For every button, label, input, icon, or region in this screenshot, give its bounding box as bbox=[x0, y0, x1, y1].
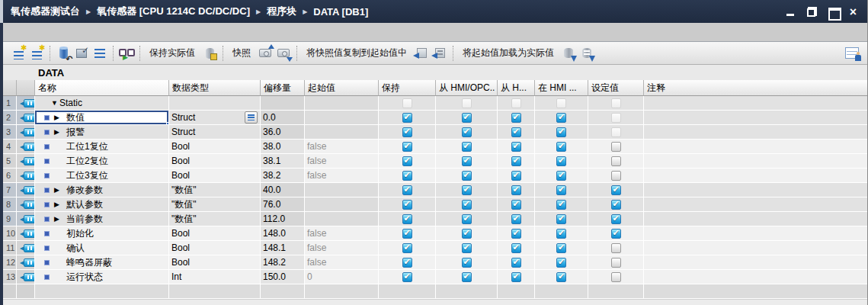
cell-datatype[interactable]: Bool bbox=[169, 226, 261, 241]
from-h-checkbox[interactable] bbox=[511, 258, 521, 268]
in-hmi-checkbox[interactable] bbox=[556, 229, 566, 239]
cell-datatype[interactable]: Bool bbox=[169, 169, 261, 183]
cell-start-value[interactable]: false bbox=[305, 169, 379, 183]
cell-name[interactable]: 初始化 bbox=[35, 226, 169, 241]
from-h-checkbox[interactable] bbox=[511, 113, 521, 123]
from-h-checkbox[interactable] bbox=[511, 156, 521, 166]
empty-cell[interactable] bbox=[379, 284, 436, 299]
empty-cell[interactable] bbox=[436, 284, 498, 299]
cell-datatype[interactable]: Struct bbox=[169, 111, 261, 125]
setpoint-checkbox[interactable] bbox=[611, 229, 621, 239]
in-hmi-checkbox[interactable] bbox=[556, 113, 566, 123]
keep-checkbox[interactable] bbox=[402, 258, 412, 268]
empty-cell[interactable] bbox=[169, 284, 261, 299]
restore-icon[interactable] bbox=[807, 7, 817, 17]
cell-start-value[interactable] bbox=[305, 96, 379, 111]
from-h-checkbox[interactable] bbox=[511, 127, 521, 137]
keep-checkbox[interactable] bbox=[402, 185, 412, 195]
keep-checkbox[interactable] bbox=[402, 200, 412, 210]
hmi-opc-checkbox[interactable] bbox=[462, 142, 472, 152]
cell-comment[interactable] bbox=[644, 197, 868, 212]
cell-datatype[interactable]: "数值" bbox=[169, 183, 261, 197]
setpoint-checkbox[interactable] bbox=[611, 200, 621, 210]
cell-name[interactable]: ▶当前参数 bbox=[35, 212, 169, 226]
breadcrumb-item[interactable]: DATA [DB1] bbox=[313, 6, 368, 18]
cell-comment[interactable] bbox=[644, 183, 868, 197]
cell-name[interactable]: ▶数值 bbox=[35, 111, 169, 125]
row-number[interactable]: 4 bbox=[3, 140, 17, 154]
hmi-opc-checkbox[interactable] bbox=[462, 113, 472, 123]
copy-snapshot-icon[interactable] bbox=[412, 44, 431, 63]
cell-start-value[interactable]: false bbox=[305, 154, 379, 169]
in-hmi-checkbox[interactable] bbox=[556, 185, 566, 195]
cell-comment[interactable] bbox=[644, 111, 868, 125]
setpoint-checkbox[interactable] bbox=[611, 214, 621, 224]
hmi-opc-checkbox[interactable] bbox=[462, 171, 472, 181]
cell-name[interactable]: 工位3复位 bbox=[35, 169, 169, 183]
cell-start-value[interactable] bbox=[305, 111, 379, 125]
cell-start-value[interactable]: false bbox=[305, 140, 379, 154]
cell-name[interactable]: 蜂鸣器屏蔽 bbox=[35, 255, 169, 270]
in-hmi-checkbox[interactable] bbox=[556, 142, 566, 152]
hmi-opc-checkbox[interactable] bbox=[462, 258, 472, 268]
cell-datatype[interactable] bbox=[169, 96, 261, 111]
in-hmi-checkbox[interactable] bbox=[556, 272, 566, 282]
cell-start-value[interactable] bbox=[305, 183, 379, 197]
cell-start-value[interactable] bbox=[305, 212, 379, 226]
row-number[interactable]: 3 bbox=[3, 125, 17, 140]
snapshot-button[interactable]: 快照 bbox=[227, 47, 256, 59]
from-h-checkbox[interactable] bbox=[511, 243, 521, 253]
cell-datatype[interactable]: Int bbox=[169, 270, 261, 284]
cell-start-value[interactable] bbox=[305, 197, 379, 212]
freeze-values-icon[interactable] bbox=[200, 44, 219, 63]
load-start-value-icon[interactable] bbox=[559, 44, 578, 63]
cell-name[interactable]: 运行状态 bbox=[35, 270, 169, 284]
keep-checkbox[interactable] bbox=[402, 243, 412, 253]
keep-checkbox[interactable] bbox=[402, 113, 412, 123]
keep-actual-values-button[interactable]: 保持实际值 bbox=[144, 47, 200, 59]
expand-arrow-icon[interactable]: ▶ bbox=[54, 128, 65, 136]
expand-arrow-icon[interactable]: ▶ bbox=[54, 201, 65, 208]
hmi-opc-checkbox[interactable] bbox=[462, 229, 472, 239]
row-number[interactable]: 13 bbox=[3, 270, 17, 284]
row-number[interactable]: 2 bbox=[3, 111, 17, 125]
reset-start-values-icon[interactable] bbox=[54, 44, 72, 63]
column-header-start[interactable]: 起始值 bbox=[305, 80, 379, 96]
cell-datatype[interactable]: "数值" bbox=[169, 197, 261, 212]
expand-arrow-icon[interactable]: ▶ bbox=[54, 114, 65, 121]
cell-datatype[interactable]: "数值" bbox=[169, 212, 261, 226]
empty-cell[interactable] bbox=[535, 284, 588, 299]
column-header-inhmi[interactable]: 在 HMI ... bbox=[535, 80, 588, 96]
update-interface-icon[interactable] bbox=[72, 44, 91, 63]
cell-start-value[interactable] bbox=[305, 125, 379, 140]
load-all-start-values-icon[interactable] bbox=[578, 44, 596, 63]
expand-arrow-icon[interactable]: ▶ bbox=[54, 215, 65, 223]
cell-datatype[interactable]: Bool bbox=[169, 140, 261, 154]
cell-name[interactable]: ▶默认参数 bbox=[35, 197, 169, 212]
detail-view-icon[interactable] bbox=[843, 44, 861, 63]
cell-datatype[interactable]: Struct bbox=[169, 125, 261, 140]
from-h-checkbox[interactable] bbox=[511, 214, 521, 224]
in-hmi-checkbox[interactable] bbox=[556, 156, 566, 166]
keep-checkbox[interactable] bbox=[402, 171, 412, 181]
maximize-icon[interactable] bbox=[828, 7, 838, 17]
from-h-checkbox[interactable] bbox=[511, 171, 521, 181]
cell-comment[interactable] bbox=[644, 212, 868, 226]
setpoint-checkbox[interactable] bbox=[611, 185, 621, 195]
hmi-opc-checkbox[interactable] bbox=[462, 127, 472, 137]
cell-datatype[interactable]: Bool bbox=[169, 255, 261, 270]
column-header-off[interactable]: 偏移量 bbox=[261, 80, 305, 96]
setpoint-checkbox[interactable] bbox=[611, 142, 621, 152]
in-hmi-checkbox[interactable] bbox=[556, 200, 566, 210]
cell-name[interactable]: 确认 bbox=[35, 241, 169, 255]
keep-checkbox[interactable] bbox=[402, 142, 412, 152]
in-hmi-checkbox[interactable] bbox=[556, 171, 566, 181]
keep-checkbox[interactable] bbox=[402, 156, 412, 166]
cell-datatype[interactable]: Bool bbox=[169, 154, 261, 169]
in-hmi-checkbox[interactable] bbox=[556, 243, 566, 253]
row-number[interactable]: 8 bbox=[3, 197, 17, 212]
column-header-name[interactable]: 名称 bbox=[35, 80, 169, 96]
from-h-checkbox[interactable] bbox=[511, 229, 521, 239]
cell-start-value[interactable]: false bbox=[305, 255, 379, 270]
cell-comment[interactable] bbox=[644, 255, 868, 270]
